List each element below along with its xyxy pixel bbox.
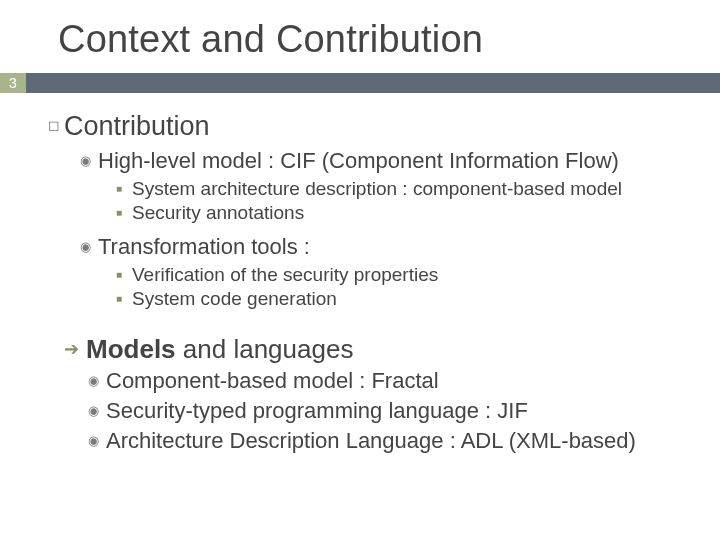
- list-item-label: High-level model : CIF (Component Inform…: [98, 147, 619, 175]
- list-item: ◉ Security-typed programming language : …: [48, 397, 700, 425]
- list-item-label: System code generation: [132, 287, 337, 311]
- page-number-badge: 3: [0, 73, 26, 93]
- list-item: ◉ Transformation tools :: [48, 233, 700, 261]
- target-bullet-icon: ◉: [80, 233, 98, 261]
- header-band-fill: [26, 73, 720, 93]
- list-item: ■ System architecture description : comp…: [48, 177, 700, 201]
- heading-rest: and languages: [176, 334, 354, 364]
- slide-content: ◻ Contribution ◉ High-level model : CIF …: [0, 93, 720, 455]
- target-bullet-icon: ◉: [88, 427, 106, 455]
- section-heading: Contribution: [64, 109, 210, 143]
- list-item: ◻ Contribution: [48, 109, 700, 143]
- heading-bold: Models: [86, 334, 176, 364]
- list-item-label: Security annotations: [132, 201, 304, 225]
- list-item-label: System architecture description : compon…: [132, 177, 622, 201]
- header-band: 3: [0, 73, 720, 93]
- list-item-label: Component-based model : Fractal: [106, 367, 439, 395]
- slide-title: Context and Contribution: [0, 0, 720, 73]
- target-bullet-icon: ◉: [88, 397, 106, 425]
- list-item-label: Architecture Description Language : ADL …: [106, 427, 636, 455]
- list-item-label: Transformation tools :: [98, 233, 310, 261]
- list-item: ■ System code generation: [48, 287, 700, 311]
- arrow-icon: ➔: [64, 333, 86, 365]
- list-item: ➔ Models and languages: [48, 333, 700, 365]
- list-item: ◉ Component-based model : Fractal: [48, 367, 700, 395]
- list-item: ◉ Architecture Description Language : AD…: [48, 427, 700, 455]
- slide: Context and Contribution 3 ◻ Contributio…: [0, 0, 720, 540]
- square-bullet-icon: ■: [116, 201, 132, 225]
- list-item: ◉ High-level model : CIF (Component Info…: [48, 147, 700, 175]
- square-bullet-icon: ◻: [48, 109, 64, 141]
- square-bullet-icon: ■: [116, 287, 132, 311]
- square-bullet-icon: ■: [116, 177, 132, 201]
- square-bullet-icon: ■: [116, 263, 132, 287]
- target-bullet-icon: ◉: [88, 367, 106, 395]
- list-item: ■ Verification of the security propertie…: [48, 263, 700, 287]
- section-heading: Models and languages: [86, 333, 353, 365]
- list-item: ■ Security annotations: [48, 201, 700, 225]
- target-bullet-icon: ◉: [80, 147, 98, 175]
- list-item-label: Security-typed programming language : JI…: [106, 397, 528, 425]
- list-item-label: Verification of the security properties: [132, 263, 438, 287]
